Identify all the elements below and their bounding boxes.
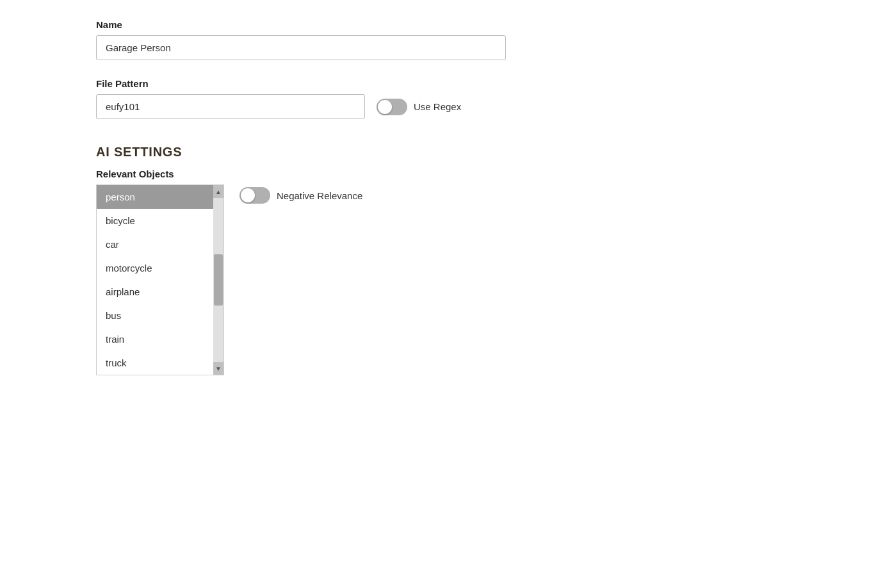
page-container: Name File Pattern Use Regex AI SETTINGS … (0, 0, 876, 407)
file-pattern-input[interactable] (96, 94, 365, 119)
relevant-objects-listbox[interactable]: personbicyclecarmotorcycleairplanebustra… (96, 184, 224, 375)
use-regex-toggle[interactable]: Use Regex (377, 99, 461, 115)
negative-relevance-wrapper: Negative Relevance (239, 187, 362, 204)
use-regex-label: Use Regex (414, 101, 461, 112)
ai-settings-section: AI SETTINGS Relevant Objects personbicyc… (96, 145, 780, 375)
scrollbar-down-arrow[interactable]: ▼ (213, 362, 223, 375)
relevant-objects-label: Relevant Objects (96, 168, 780, 179)
name-field-group: Name (96, 19, 780, 60)
ai-settings-title: AI SETTINGS (96, 145, 780, 159)
negative-relevance-toggle[interactable]: Negative Relevance (239, 187, 362, 204)
use-regex-toggle-track[interactable] (377, 99, 407, 115)
list-item[interactable]: motorcycle (97, 256, 213, 280)
list-item[interactable]: car (97, 233, 213, 256)
list-item[interactable]: airplane (97, 280, 213, 304)
list-item[interactable]: truck (97, 351, 213, 375)
scrollbar-track[interactable]: ▲ ▼ (213, 185, 223, 375)
negative-relevance-toggle-thumb (241, 188, 255, 202)
list-item[interactable]: bicycle (97, 209, 213, 233)
negative-relevance-toggle-track[interactable] (239, 187, 270, 204)
negative-relevance-label: Negative Relevance (277, 190, 362, 201)
file-pattern-label: File Pattern (96, 78, 780, 89)
file-pattern-row: Use Regex (96, 94, 780, 119)
use-regex-toggle-thumb (378, 100, 392, 114)
file-pattern-field-group: File Pattern Use Regex (96, 78, 780, 119)
listbox-items: personbicyclecarmotorcycleairplanebustra… (97, 185, 213, 375)
list-item[interactable]: bus (97, 304, 213, 327)
name-label: Name (96, 19, 780, 30)
ai-settings-row: personbicyclecarmotorcycleairplanebustra… (96, 184, 780, 375)
scrollbar-thumb[interactable] (214, 254, 223, 306)
name-input[interactable] (96, 35, 506, 60)
scrollbar-up-arrow[interactable]: ▲ (213, 185, 223, 198)
list-item[interactable]: train (97, 327, 213, 351)
list-item[interactable]: person (97, 185, 213, 209)
